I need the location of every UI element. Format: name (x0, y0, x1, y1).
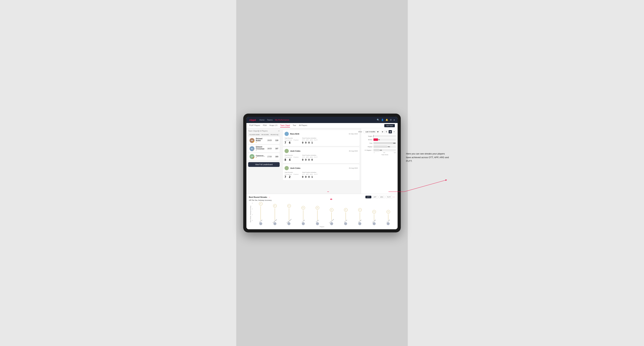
bottom-panel: Best Round Streaks ← OTT APP ARG PUTT ← (246, 194, 398, 229)
bar-label-bogeys: Bogeys (363, 146, 372, 148)
show-select[interactable]: Last 3 months Last 6 months Last year (364, 130, 380, 133)
arg-val: 0 (308, 141, 310, 144)
list-view-btn[interactable]: ☰ (385, 130, 388, 134)
profile-icon[interactable]: ● (394, 119, 395, 121)
streak-bubble: 3x (372, 210, 376, 213)
streak-bubble: 6x (287, 204, 291, 208)
streak-bubble: 4x (344, 208, 348, 212)
bar-chart: Eagles 3 Birdies (363, 135, 396, 151)
avatar: CA 3 (250, 154, 254, 159)
streak-vertical-line (289, 208, 289, 220)
nav-home[interactable]: Home (259, 118, 264, 122)
bar-fill-dbogeys (374, 149, 379, 151)
filter-arg[interactable]: ARG (379, 196, 385, 198)
chart-section: Show Last 3 months Last 6 months Last ye… (361, 128, 398, 194)
nav-teams[interactable]: Teams (267, 118, 273, 122)
sub-nav-team-clippd[interactable]: Team Clippd (280, 124, 290, 127)
rank-badge: 3 (253, 157, 254, 159)
card-avatar (284, 149, 289, 153)
player-row[interactable]: RB 1 Richard Butler ♥ 19/20 110 (248, 137, 280, 144)
app-logo: clippd (249, 119, 256, 121)
nav-icons: 🔍 👤 🔔 ⚙ ● (377, 119, 395, 121)
content-area: Team Clippd | 14 Players ✏ PLAYER NAME P… (246, 128, 398, 194)
bar-track: 499 (374, 142, 396, 144)
streak-bubble: 5x (316, 206, 319, 209)
side-annotation: Here you can see streaks your players ha… (406, 152, 450, 163)
streak-player-col: 3x R. Butler (367, 202, 381, 225)
rank-badge: 1 (253, 141, 254, 143)
person-icon[interactable]: 👤 (381, 119, 384, 121)
add-team-button[interactable]: Add Team (384, 124, 395, 127)
streak-bubble: 7x (259, 202, 262, 205)
nav-links: Home Teams My Performance (259, 118, 376, 122)
chart-subtitle: Off The Tee, Fairway Accuracy (249, 199, 395, 201)
bar-row-pars: Pars 499 (363, 142, 396, 144)
player-name: Cameron... (256, 155, 266, 157)
streak-bubble: 3x (386, 210, 390, 213)
col-pb-avg: PB AVG SQ (270, 134, 278, 135)
streak-bubble: 4x (330, 208, 334, 212)
app-val: 0 (305, 141, 306, 144)
player-score: 19/20 (266, 140, 273, 141)
y-axis-label: Best Streak, Fairway Accuracy (250, 206, 251, 222)
streak-player-col: 6x D. Billingham (282, 202, 296, 225)
settings-icon[interactable]: ⚙ (390, 119, 392, 121)
bar-track: 3 (374, 135, 396, 137)
streak-player-col: 4x M. Miller (353, 202, 367, 225)
streak-vertical-line (317, 210, 318, 220)
practice-rounds: 4 (289, 158, 290, 162)
streak-vertical-line (374, 214, 374, 220)
card-stats: Total Rounds Tournament Practice 7 2 (284, 172, 358, 178)
nav-my-performance[interactable]: My Performance (275, 118, 289, 122)
view-icons: ⊞ ☰ ▦ ≡ (381, 130, 396, 134)
bottom-header: Best Round Streaks ← OTT APP ARG PUTT ← (249, 196, 395, 198)
sub-nav: PGAT Players PGA Hcaps 1-5 Team Clippd T… (246, 123, 398, 128)
streak-player-col: 7x E. Ebert (254, 202, 268, 225)
arrow-indicator: ← (268, 196, 271, 198)
filter-ott[interactable]: OTT (366, 196, 371, 198)
nav-bar: clippd Home Teams My Performance 🔍 👤 🔔 ⚙… (246, 117, 398, 123)
show-label: Show (358, 131, 362, 133)
view-leaderboard-button[interactable]: View Full Leaderboard (248, 162, 280, 167)
player-row[interactable]: EC 2 Edward Crossman ♥ 18/20 107 (248, 145, 280, 152)
col-player-name: PLAYER NAME (250, 134, 260, 135)
player-avg: 103 (273, 156, 278, 158)
bell-icon[interactable]: 🔔 (386, 119, 388, 121)
search-icon[interactable]: 🔍 (377, 119, 380, 121)
bar-fill-pars (374, 142, 396, 144)
filter-app[interactable]: APP (372, 196, 378, 198)
sub-nav-pgat[interactable]: PGAT Players (249, 124, 260, 127)
sub-nav-all-players[interactable]: All Players (299, 124, 307, 127)
team-header: Team Clippd | 14 Players ✏ (248, 130, 280, 132)
streak-avatar (316, 222, 319, 225)
sub-nav-tour[interactable]: Tour (293, 124, 296, 127)
practice-activities-label: Total Practice Activities (302, 172, 318, 173)
sub-nav-hcaps[interactable]: Hcaps 1-5 (270, 124, 278, 127)
player-row[interactable]: CA 3 Cameron... ♥ 17/20 103 (248, 153, 280, 160)
putt-val: 1 (311, 141, 313, 144)
sub-nav-pga[interactable]: PGA (263, 124, 266, 127)
card-player-name: Josh Coles (290, 167, 349, 169)
bar-label-eagles: Eagles (363, 135, 372, 137)
leaderboard-section: Team Clippd | 14 Players ✏ PLAYER NAME P… (246, 128, 282, 194)
player-name: Edward Crossman (256, 146, 266, 150)
rank-badge: 2 (253, 149, 254, 151)
settings-view-btn[interactable]: ≡ (392, 130, 396, 134)
card-header: Josh Coles 26 Aug 2023 (284, 166, 358, 170)
filter-putt[interactable]: PUTT (386, 196, 392, 198)
bar-track: 131 (374, 149, 396, 151)
bar-row-eagles: Eagles 3 (363, 135, 396, 137)
edit-icon[interactable]: ✏ (278, 130, 280, 132)
avatar: EC 2 (250, 146, 254, 151)
streak-vertical-line (275, 208, 275, 220)
team-title: Team Clippd | 14 Players (248, 130, 268, 132)
streak-vertical-line (388, 214, 388, 220)
grid-view-btn[interactable]: ⊞ (381, 130, 384, 134)
player-avg: 107 (273, 148, 278, 150)
chart-view-btn[interactable]: ▦ (388, 130, 392, 134)
streak-vertical-line (260, 206, 261, 220)
tournament-rounds: 8 (284, 158, 286, 162)
cards-section: Rees Britt 02 Sep 2023 Total Rounds Tour… (282, 128, 361, 194)
bar-row-birdies: Birdies 96 (363, 138, 396, 141)
chart-x-label: Total Shots (363, 154, 396, 156)
